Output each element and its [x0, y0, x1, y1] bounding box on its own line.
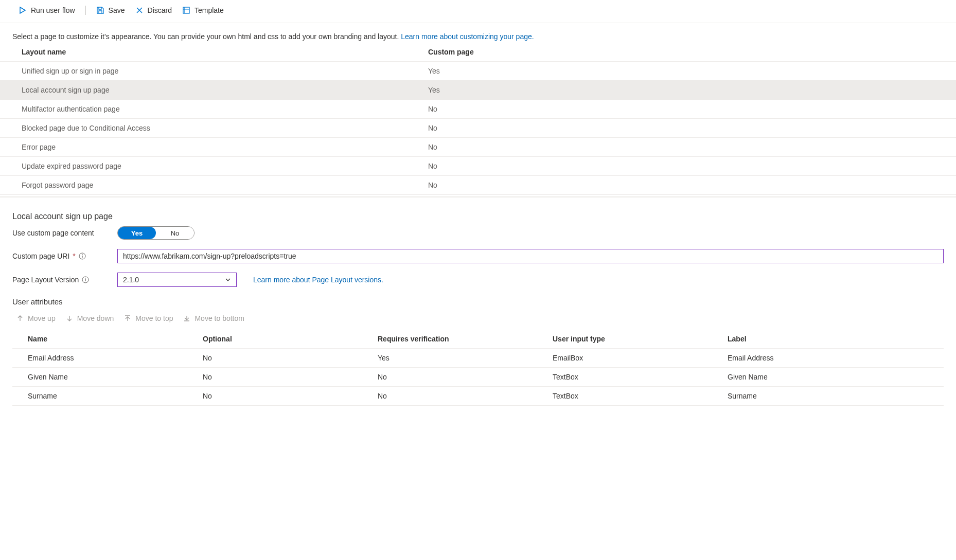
col-verify: Requires verification: [378, 335, 553, 343]
use-custom-toggle[interactable]: Yes No: [117, 226, 194, 240]
layout-name: Forgot password page: [22, 181, 428, 189]
layout-name: Local account sign up page: [22, 86, 428, 94]
layout-custom: Yes: [428, 86, 944, 94]
attr-label: Surname: [728, 392, 944, 400]
move-up-button[interactable]: Move up: [16, 314, 56, 322]
use-custom-row: Use custom page content Yes No: [12, 226, 944, 240]
layout-custom: No: [428, 143, 944, 151]
layout-name: Blocked page due to Conditional Access: [22, 124, 428, 132]
col-layout-name: Layout name: [22, 48, 428, 56]
layout-custom: No: [428, 162, 944, 170]
col-input: User input type: [553, 335, 728, 343]
intro-text: Select a page to customize it's appearan…: [0, 23, 956, 41]
col-name: Name: [28, 335, 203, 343]
layouts-header-row: Layout name Custom page: [0, 43, 956, 62]
col-custom-page: Custom page: [428, 48, 944, 56]
arrow-up-icon: [16, 315, 24, 322]
col-optional: Optional: [203, 335, 378, 343]
discard-label: Discard: [148, 6, 172, 14]
info-icon[interactable]: [82, 276, 89, 283]
layout-name: Multifactor authentication page: [22, 105, 428, 113]
run-user-flow-button[interactable]: Run user flow: [14, 4, 79, 16]
arrow-bottom-icon: [183, 315, 190, 322]
version-label: Page Layout Version: [12, 276, 108, 284]
arrow-down-icon: [66, 315, 73, 322]
custom-uri-row: Custom page URI *: [12, 249, 944, 263]
layout-custom: No: [428, 181, 944, 189]
move-top-label: Move to top: [135, 314, 173, 322]
move-down-label: Move down: [77, 314, 114, 322]
attr-optional: No: [203, 392, 378, 400]
custom-uri-label: Custom page URI *: [12, 252, 108, 260]
svg-marker-0: [20, 7, 25, 13]
attr-name: Email Address: [28, 354, 203, 362]
attr-input: TextBox: [553, 392, 728, 400]
move-bottom-label: Move to bottom: [194, 314, 244, 322]
info-icon[interactable]: [79, 252, 86, 260]
layout-row[interactable]: Multifactor authentication page No: [0, 100, 956, 119]
attr-verify: Yes: [378, 354, 553, 362]
attribute-row[interactable]: Email Address No Yes EmailBox Email Addr…: [12, 349, 944, 368]
layout-row[interactable]: Blocked page due to Conditional Access N…: [0, 119, 956, 138]
user-attributes-title: User attributes: [12, 297, 944, 306]
custom-uri-input[interactable]: [117, 249, 944, 263]
detail-title: Local account sign up page: [12, 212, 944, 221]
attr-input: EmailBox: [553, 354, 728, 362]
toggle-no[interactable]: No: [156, 227, 194, 239]
save-label: Save: [109, 6, 125, 14]
required-asterisk: *: [73, 252, 75, 260]
svg-rect-1: [183, 7, 189, 13]
move-bottom-button[interactable]: Move to bottom: [183, 314, 244, 322]
attributes-toolbar: Move up Move down Move to top Move to bo…: [12, 312, 944, 330]
version-select[interactable]: 2.1.0: [117, 273, 237, 287]
move-top-button[interactable]: Move to top: [124, 314, 173, 322]
attr-label: Given Name: [728, 373, 944, 381]
uri-label-text: Custom page URI: [12, 252, 69, 260]
arrow-top-icon: [124, 315, 131, 322]
use-custom-label: Use custom page content: [12, 229, 108, 237]
detail-panel: Local account sign up page Use custom pa…: [0, 196, 956, 406]
attr-optional: No: [203, 354, 378, 362]
command-bar: Run user flow Save Discard Template: [0, 0, 956, 23]
attr-verify: No: [378, 392, 553, 400]
layout-row[interactable]: Update expired password page No: [0, 157, 956, 176]
version-row: Page Layout Version 2.1.0 Learn more abo…: [12, 273, 944, 287]
move-up-label: Move up: [28, 314, 56, 322]
attributes-table: Name Optional Requires verification User…: [12, 330, 944, 406]
layout-custom: Yes: [428, 67, 944, 75]
run-label: Run user flow: [31, 6, 75, 14]
version-label-text: Page Layout Version: [12, 276, 79, 284]
toggle-yes[interactable]: Yes: [118, 227, 156, 239]
layout-row[interactable]: Error page No: [0, 138, 956, 157]
version-learn-link[interactable]: Learn more about Page Layout versions.: [253, 276, 383, 284]
template-button[interactable]: Template: [178, 4, 228, 16]
layout-row[interactable]: Forgot password page No: [0, 176, 956, 195]
layout-name: Error page: [22, 143, 428, 151]
svg-rect-4: [82, 256, 82, 258]
attribute-row[interactable]: Given Name No No TextBox Given Name: [12, 368, 944, 387]
discard-button[interactable]: Discard: [131, 4, 176, 16]
attr-label: Email Address: [728, 354, 944, 362]
play-icon: [19, 6, 27, 14]
svg-point-6: [85, 278, 86, 279]
learn-more-link[interactable]: Learn more about customizing your page.: [401, 32, 534, 41]
attr-optional: No: [203, 373, 378, 381]
col-label: Label: [728, 335, 944, 343]
attr-name: Surname: [28, 392, 203, 400]
save-button[interactable]: Save: [92, 4, 129, 16]
attr-verify: No: [378, 373, 553, 381]
move-down-button[interactable]: Move down: [66, 314, 114, 322]
attribute-row[interactable]: Surname No No TextBox Surname: [12, 387, 944, 406]
layout-row[interactable]: Local account sign up page Yes: [0, 81, 956, 100]
layout-row[interactable]: Unified sign up or sign in page Yes: [0, 62, 956, 81]
attr-name: Given Name: [28, 373, 203, 381]
attr-input: TextBox: [553, 373, 728, 381]
save-icon: [96, 6, 104, 14]
layouts-table: Layout name Custom page Unified sign up …: [0, 43, 956, 195]
close-icon: [135, 6, 144, 14]
layout-custom: No: [428, 105, 944, 113]
svg-point-3: [82, 254, 83, 255]
attributes-header-row: Name Optional Requires verification User…: [12, 330, 944, 349]
layout-name: Update expired password page: [22, 162, 428, 170]
template-label: Template: [194, 6, 224, 14]
